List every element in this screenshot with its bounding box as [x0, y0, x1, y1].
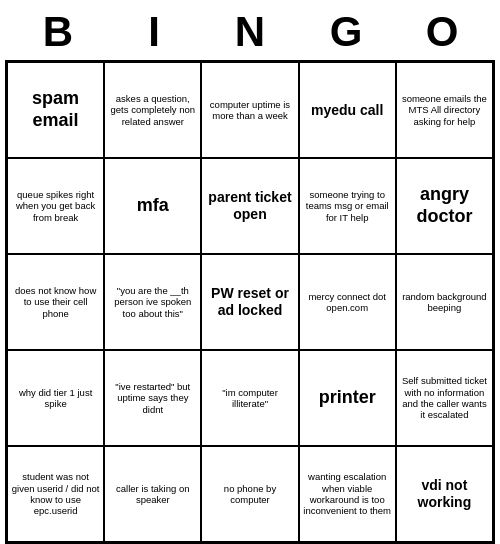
bingo-cell-22: no phone by computer — [201, 446, 298, 542]
bingo-cell-2: computer uptime is more than a week — [201, 62, 298, 158]
bingo-cell-15: why did tier 1 just spike — [7, 350, 104, 446]
letter-g: G — [306, 8, 386, 56]
letter-n: N — [210, 8, 290, 56]
bingo-cell-20: student was not given userid / did not k… — [7, 446, 104, 542]
bingo-cell-9: angry doctor — [396, 158, 493, 254]
bingo-cell-11: "you are the __th person ive spoken too … — [104, 254, 201, 350]
bingo-cell-21: caller is taking on speaker — [104, 446, 201, 542]
bingo-title: B I N G O — [10, 0, 490, 60]
bingo-cell-17: "im computer illiterate" — [201, 350, 298, 446]
bingo-cell-18: printer — [299, 350, 396, 446]
bingo-cell-12: PW reset or ad locked — [201, 254, 298, 350]
bingo-cell-19: Self submitted ticket with no informatio… — [396, 350, 493, 446]
bingo-cell-23: wanting escalation when viable workaroun… — [299, 446, 396, 542]
bingo-grid: spam emailaskes a question, gets complet… — [5, 60, 495, 544]
bingo-cell-7: parent ticket open — [201, 158, 298, 254]
bingo-cell-14: random background beeping — [396, 254, 493, 350]
bingo-cell-24: vdi not working — [396, 446, 493, 542]
bingo-cell-16: "ive restarted" but uptime says they did… — [104, 350, 201, 446]
bingo-cell-8: someone trying to teams msg or email for… — [299, 158, 396, 254]
bingo-cell-5: queue spikes right when you get back fro… — [7, 158, 104, 254]
bingo-cell-1: askes a question, gets completely non re… — [104, 62, 201, 158]
bingo-cell-3: myedu call — [299, 62, 396, 158]
letter-o: O — [402, 8, 482, 56]
bingo-cell-6: mfa — [104, 158, 201, 254]
letter-b: B — [18, 8, 98, 56]
bingo-cell-4: someone emails the MTS All directory ask… — [396, 62, 493, 158]
bingo-cell-13: mercy connect dot open.com — [299, 254, 396, 350]
bingo-cell-0: spam email — [7, 62, 104, 158]
bingo-cell-10: does not know how to use their cell phon… — [7, 254, 104, 350]
letter-i: I — [114, 8, 194, 56]
